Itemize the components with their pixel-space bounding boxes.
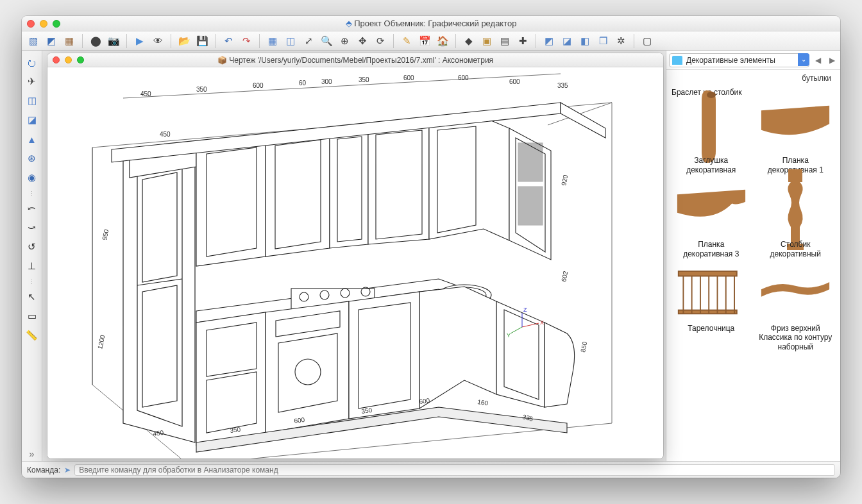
svg-text:Z: Z — [523, 307, 527, 313]
rect-icon[interactable]: ▭ — [24, 308, 40, 324]
dim-top-2: 600 — [253, 82, 264, 89]
compass-1-icon[interactable]: ⊛ — [24, 151, 40, 166]
axis-icon[interactable]: ⊥ — [24, 258, 40, 274]
catalog-item-frieze-label: Фриз верхний Классика по контуру наборны… — [757, 324, 834, 351]
zoom-icon[interactable]: 🔍 — [319, 34, 334, 48]
diamond-icon[interactable]: ◆ — [461, 34, 477, 48]
plate-rack-thumb-icon — [676, 265, 747, 323]
play-icon[interactable]: ▶ — [132, 34, 148, 48]
catalog-item-post[interactable]: Столбик декоративный — [756, 181, 836, 258]
dim-bot-4: 600 — [419, 397, 430, 405]
calendar-icon[interactable]: 📅 — [417, 34, 432, 48]
expand-tools-icon[interactable]: » — [24, 446, 40, 461]
undo-icon[interactable]: ↶ — [221, 34, 236, 48]
frieze-thumb-icon — [760, 265, 831, 323]
ruler-icon[interactable]: 📏 — [24, 328, 40, 343]
drawing-canvas[interactable]: 450 350 600 60 300 350 600 600 600 335 4… — [47, 67, 663, 458]
cube-wood-icon[interactable]: ▦ — [62, 34, 77, 48]
drawing-titlebar: 📦 Чертеж '/Users/yuriy/Documents/Mebel/П… — [47, 53, 663, 67]
catalog-prev-button[interactable]: ◀ — [812, 55, 824, 66]
catalog-item-label-partial: бутылки — [672, 74, 831, 83]
catalog-item-plate-rack-label: Тарелочница — [688, 324, 734, 333]
catalog-item-post-label: Столбик декоративный — [757, 240, 834, 258]
catalog-item-plank1[interactable]: Планка декоративная 1 — [756, 97, 836, 174]
svg-rect-17 — [788, 169, 802, 182]
move-icon[interactable]: ✥ — [355, 34, 370, 48]
compass-2-icon[interactable]: ◉ — [24, 170, 40, 185]
layout-1-icon[interactable]: ◩ — [541, 34, 557, 48]
drawing-maximize-button[interactable] — [77, 56, 84, 63]
orbit-icon[interactable]: ⭮ — [24, 55, 40, 70]
sphere-icon[interactable]: ⬤ — [88, 34, 103, 48]
main-titlebar: ⬘ Проект Объемник: Графический редактор — [22, 16, 840, 31]
cube-blue-icon[interactable]: ▧ — [26, 34, 41, 48]
report-icon[interactable]: ▤ — [497, 34, 512, 48]
layers-icon[interactable]: ❐ — [595, 34, 611, 48]
grid-icon[interactable]: ▦ — [265, 34, 280, 48]
drawing-window: 📦 Чертеж '/Users/yuriy/Documents/Mebel/П… — [47, 53, 663, 458]
plank1-thumb-icon — [760, 97, 831, 155]
catalog-dropdown[interactable]: Декоративные элементы ⌄ — [669, 53, 809, 67]
rotate-z-icon[interactable]: ↺ — [24, 239, 40, 255]
camera-icon[interactable]: 📷 — [106, 34, 121, 48]
wand-icon[interactable]: ✎ — [399, 34, 414, 48]
expand-icon[interactable]: ⤢ — [301, 34, 316, 48]
dim-top-3: 60 — [299, 80, 307, 87]
zoom-in-icon[interactable]: ⊕ — [337, 34, 352, 48]
catalog-item-plate-rack[interactable]: Тарелочница — [672, 265, 751, 351]
window-controls — [27, 20, 60, 28]
svg-text:Y: Y — [507, 332, 511, 339]
close-button[interactable] — [27, 20, 35, 28]
box-icon[interactable]: ▣ — [479, 34, 494, 48]
pan-icon[interactable]: ✈ — [24, 74, 40, 89]
cone-icon[interactable]: ▲ — [24, 131, 40, 147]
rotate-x-icon[interactable]: ⤺ — [24, 201, 40, 216]
cursor-icon[interactable]: ↖ — [24, 289, 40, 305]
eye-icon[interactable]: 👁 — [150, 34, 165, 48]
plus-icon[interactable]: ✚ — [515, 34, 530, 48]
command-label: Команда: — [27, 466, 60, 475]
dropdown-arrow-icon: ⌄ — [798, 53, 809, 66]
save-icon[interactable]: 💾 — [194, 34, 210, 48]
command-input[interactable] — [74, 464, 835, 476]
content-area: ⭮ ✈ ◫ ◪ ▲ ⊛ ◉ ⋮ ⤺ ⤻ ↺ ⊥ ⋮ ↖ ▭ 📏 » — [22, 51, 840, 461]
dim-top-0: 450 — [140, 90, 151, 97]
canvas-area: 📦 Чертеж '/Users/yuriy/Documents/Mebel/П… — [42, 51, 666, 461]
house-icon[interactable]: 🏠 — [435, 34, 450, 48]
cube-select-icon[interactable]: ◫ — [283, 34, 298, 48]
minimize-button[interactable] — [40, 20, 47, 28]
drawing-minimize-button[interactable] — [65, 56, 72, 63]
plug-thumb-icon — [676, 97, 747, 155]
catalog-next-button[interactable]: ▶ — [826, 55, 838, 66]
folder-icon — [672, 56, 682, 65]
close-view-icon[interactable]: ▢ — [639, 34, 655, 48]
open-icon[interactable]: 📂 — [176, 34, 192, 48]
svg-rect-19 — [679, 271, 737, 276]
catalog-header: Декоративные элементы ⌄ ◀ ▶ — [666, 51, 840, 70]
catalog-body[interactable]: Гребенка под бутылки Браслет на столбик — [666, 70, 840, 461]
catalog-item-frieze[interactable]: Фриз верхний Классика по контуру наборны… — [756, 265, 836, 351]
maximize-button[interactable] — [53, 20, 60, 28]
cube-front-icon[interactable]: ◫ — [24, 93, 40, 108]
dim-v-right-2: 602 — [560, 270, 569, 282]
catalog-item-plank3-label: Планка декоративная 3 — [673, 240, 750, 258]
cube-side-icon[interactable]: ◪ — [24, 112, 40, 128]
dim-v-right-1: 920 — [560, 174, 569, 186]
catalog-item-plug[interactable]: Заглушка декоративная — [672, 97, 751, 174]
catalog-panel: Декоративные элементы ⌄ ◀ ▶ Гребенка под… — [666, 51, 840, 461]
rotate-y-icon[interactable]: ⤻ — [24, 220, 40, 235]
catalog-selected-label: Декоративные элементы — [686, 56, 775, 65]
command-icon: ➤ — [64, 466, 71, 475]
refresh-icon[interactable]: ⟳ — [373, 34, 388, 48]
svg-rect-0 — [518, 143, 543, 181]
catalog-item-plug-label: Заглушка декоративная — [673, 156, 750, 174]
cube-tilt-icon[interactable]: ◩ — [44, 34, 59, 48]
layout-3-icon[interactable]: ◧ — [577, 34, 593, 48]
drawing-close-button[interactable] — [53, 56, 60, 63]
catalog-item-plank3[interactable]: Планка декоративная 3 — [672, 181, 751, 258]
dim-top-8: 600 — [509, 78, 520, 85]
layout-2-icon[interactable]: ◪ — [559, 34, 575, 48]
redo-icon[interactable]: ↷ — [239, 34, 254, 48]
separator-dots-2: ⋮ — [29, 279, 35, 285]
wireframe-icon[interactable]: ✲ — [613, 34, 629, 48]
